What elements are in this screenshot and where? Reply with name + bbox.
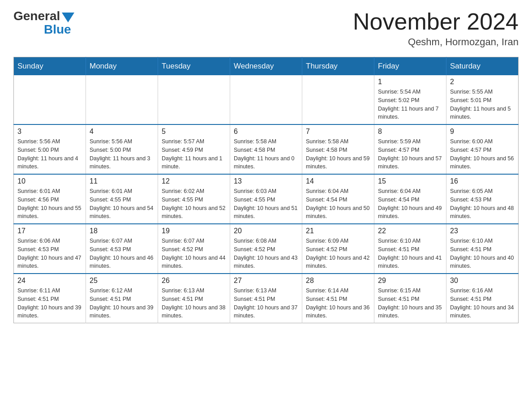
- day-info: Sunrise: 6:04 AMSunset: 4:54 PMDaylight:…: [378, 187, 442, 221]
- day-number: 4: [90, 128, 154, 136]
- calendar-day-cell: 1Sunrise: 5:54 AMSunset: 5:02 PMDaylight…: [374, 75, 446, 124]
- day-info: Sunrise: 6:13 AMSunset: 4:51 PMDaylight:…: [162, 287, 226, 320]
- calendar-day-cell: 29Sunrise: 6:15 AMSunset: 4:51 PMDayligh…: [374, 274, 446, 323]
- logo: General Blue: [13, 9, 74, 37]
- day-info: Sunrise: 6:16 AMSunset: 4:51 PMDaylight:…: [450, 287, 515, 320]
- day-info: Sunrise: 6:03 AMSunset: 4:55 PMDaylight:…: [234, 187, 298, 221]
- day-info: Sunrise: 5:57 AMSunset: 4:59 PMDaylight:…: [162, 137, 226, 171]
- day-info: Sunrise: 6:07 AMSunset: 4:53 PMDaylight:…: [90, 237, 154, 270]
- day-info: Sunrise: 6:10 AMSunset: 4:51 PMDaylight:…: [378, 237, 442, 270]
- day-number: 14: [306, 177, 370, 185]
- day-number: 12: [162, 177, 226, 185]
- day-number: 30: [450, 277, 515, 285]
- day-number: 22: [378, 227, 442, 235]
- day-info: Sunrise: 5:58 AMSunset: 4:58 PMDaylight:…: [306, 137, 370, 171]
- day-info: Sunrise: 6:01 AMSunset: 4:55 PMDaylight:…: [90, 187, 154, 221]
- calendar-day-cell: 18Sunrise: 6:07 AMSunset: 4:53 PMDayligh…: [86, 224, 158, 274]
- calendar-day-cell: 20Sunrise: 6:08 AMSunset: 4:52 PMDayligh…: [230, 224, 302, 274]
- calendar-week-row: 24Sunrise: 6:11 AMSunset: 4:51 PMDayligh…: [14, 274, 519, 323]
- day-number: 8: [378, 128, 442, 136]
- calendar-day-cell: [158, 75, 230, 124]
- calendar-day-cell: 15Sunrise: 6:04 AMSunset: 4:54 PMDayligh…: [374, 174, 446, 224]
- calendar-day-cell: 30Sunrise: 6:16 AMSunset: 4:51 PMDayligh…: [446, 274, 519, 323]
- day-info: Sunrise: 6:13 AMSunset: 4:51 PMDaylight:…: [234, 287, 298, 320]
- calendar-day-cell: 26Sunrise: 6:13 AMSunset: 4:51 PMDayligh…: [158, 274, 230, 323]
- day-info: Sunrise: 6:10 AMSunset: 4:51 PMDaylight:…: [450, 237, 515, 270]
- day-number: 9: [450, 128, 515, 136]
- day-info: Sunrise: 5:55 AMSunset: 5:01 PMDaylight:…: [450, 88, 515, 121]
- day-number: 3: [17, 128, 82, 136]
- day-info: Sunrise: 5:59 AMSunset: 4:57 PMDaylight:…: [378, 137, 442, 171]
- day-info: Sunrise: 5:56 AMSunset: 5:00 PMDaylight:…: [17, 137, 82, 171]
- calendar-day-cell: [302, 75, 374, 124]
- day-number: 27: [234, 277, 298, 285]
- day-info: Sunrise: 6:04 AMSunset: 4:54 PMDaylight:…: [306, 187, 370, 221]
- calendar-day-cell: 22Sunrise: 6:10 AMSunset: 4:51 PMDayligh…: [374, 224, 446, 274]
- calendar-day-cell: 11Sunrise: 6:01 AMSunset: 4:55 PMDayligh…: [86, 174, 158, 224]
- calendar-week-row: 1Sunrise: 5:54 AMSunset: 5:02 PMDaylight…: [14, 75, 519, 124]
- day-info: Sunrise: 6:01 AMSunset: 4:56 PMDaylight:…: [17, 187, 82, 221]
- calendar-week-row: 10Sunrise: 6:01 AMSunset: 4:56 PMDayligh…: [14, 174, 519, 224]
- location-subtitle: Qeshm, Hormozgan, Iran: [353, 36, 519, 48]
- day-number: 18: [90, 227, 154, 235]
- day-number: 5: [162, 128, 226, 136]
- calendar-day-cell: 4Sunrise: 5:56 AMSunset: 5:00 PMDaylight…: [86, 124, 158, 174]
- day-of-week-header: Monday: [86, 57, 158, 76]
- day-info: Sunrise: 6:12 AMSunset: 4:51 PMDaylight:…: [90, 287, 154, 320]
- day-number: 24: [17, 277, 82, 285]
- day-number: 26: [162, 277, 226, 285]
- day-number: 13: [234, 177, 298, 185]
- day-of-week-header: Thursday: [302, 57, 374, 76]
- day-number: 16: [450, 177, 515, 185]
- day-number: 20: [234, 227, 298, 235]
- logo-blue-text: Blue: [44, 22, 71, 37]
- calendar-week-row: 3Sunrise: 5:56 AMSunset: 5:00 PMDaylight…: [14, 124, 519, 174]
- day-info: Sunrise: 6:06 AMSunset: 4:53 PMDaylight:…: [17, 237, 82, 270]
- logo-general-text: General: [13, 9, 60, 23]
- calendar-day-cell: [230, 75, 302, 124]
- calendar-day-cell: 24Sunrise: 6:11 AMSunset: 4:51 PMDayligh…: [14, 274, 86, 323]
- calendar-week-row: 17Sunrise: 6:06 AMSunset: 4:53 PMDayligh…: [14, 224, 519, 274]
- calendar-day-cell: [14, 75, 86, 124]
- day-number: 7: [306, 128, 370, 136]
- calendar-day-cell: 17Sunrise: 6:06 AMSunset: 4:53 PMDayligh…: [14, 224, 86, 274]
- day-of-week-header: Saturday: [446, 57, 519, 76]
- title-block: November 2024 Qeshm, Hormozgan, Iran: [353, 9, 519, 48]
- day-info: Sunrise: 5:56 AMSunset: 5:00 PMDaylight:…: [90, 137, 154, 171]
- day-number: 6: [234, 128, 298, 136]
- calendar-day-cell: 7Sunrise: 5:58 AMSunset: 4:58 PMDaylight…: [302, 124, 374, 174]
- calendar-day-cell: 3Sunrise: 5:56 AMSunset: 5:00 PMDaylight…: [14, 124, 86, 174]
- calendar-day-cell: 28Sunrise: 6:14 AMSunset: 4:51 PMDayligh…: [302, 274, 374, 323]
- day-number: 25: [90, 277, 154, 285]
- calendar-day-cell: 16Sunrise: 6:05 AMSunset: 4:53 PMDayligh…: [446, 174, 519, 224]
- day-info: Sunrise: 6:00 AMSunset: 4:57 PMDaylight:…: [450, 137, 515, 171]
- calendar-day-cell: 14Sunrise: 6:04 AMSunset: 4:54 PMDayligh…: [302, 174, 374, 224]
- calendar-day-cell: 27Sunrise: 6:13 AMSunset: 4:51 PMDayligh…: [230, 274, 302, 323]
- day-info: Sunrise: 5:58 AMSunset: 4:58 PMDaylight:…: [234, 137, 298, 171]
- calendar-day-cell: 8Sunrise: 5:59 AMSunset: 4:57 PMDaylight…: [374, 124, 446, 174]
- day-of-week-header: Wednesday: [230, 57, 302, 76]
- calendar-table: SundayMondayTuesdayWednesdayThursdayFrid…: [13, 57, 519, 323]
- day-number: 2: [450, 78, 515, 86]
- day-info: Sunrise: 6:09 AMSunset: 4:52 PMDaylight:…: [306, 237, 370, 270]
- logo-triangle-icon: [62, 13, 74, 22]
- day-number: 21: [306, 227, 370, 235]
- day-number: 11: [90, 177, 154, 185]
- day-number: 15: [378, 177, 442, 185]
- calendar-day-cell: [86, 75, 158, 124]
- calendar-header-row: SundayMondayTuesdayWednesdayThursdayFrid…: [14, 57, 519, 76]
- day-info: Sunrise: 6:02 AMSunset: 4:55 PMDaylight:…: [162, 187, 226, 221]
- calendar-day-cell: 9Sunrise: 6:00 AMSunset: 4:57 PMDaylight…: [446, 124, 519, 174]
- calendar-day-cell: 19Sunrise: 6:07 AMSunset: 4:52 PMDayligh…: [158, 224, 230, 274]
- day-info: Sunrise: 6:14 AMSunset: 4:51 PMDaylight:…: [306, 287, 370, 320]
- day-of-week-header: Sunday: [14, 57, 86, 76]
- calendar-day-cell: 25Sunrise: 6:12 AMSunset: 4:51 PMDayligh…: [86, 274, 158, 323]
- day-info: Sunrise: 6:08 AMSunset: 4:52 PMDaylight:…: [234, 237, 298, 270]
- day-number: 17: [17, 227, 82, 235]
- day-info: Sunrise: 6:07 AMSunset: 4:52 PMDaylight:…: [162, 237, 226, 270]
- calendar-day-cell: 6Sunrise: 5:58 AMSunset: 4:58 PMDaylight…: [230, 124, 302, 174]
- day-number: 10: [17, 177, 82, 185]
- calendar-day-cell: 23Sunrise: 6:10 AMSunset: 4:51 PMDayligh…: [446, 224, 519, 274]
- calendar-day-cell: 13Sunrise: 6:03 AMSunset: 4:55 PMDayligh…: [230, 174, 302, 224]
- day-info: Sunrise: 6:11 AMSunset: 4:51 PMDaylight:…: [17, 287, 82, 320]
